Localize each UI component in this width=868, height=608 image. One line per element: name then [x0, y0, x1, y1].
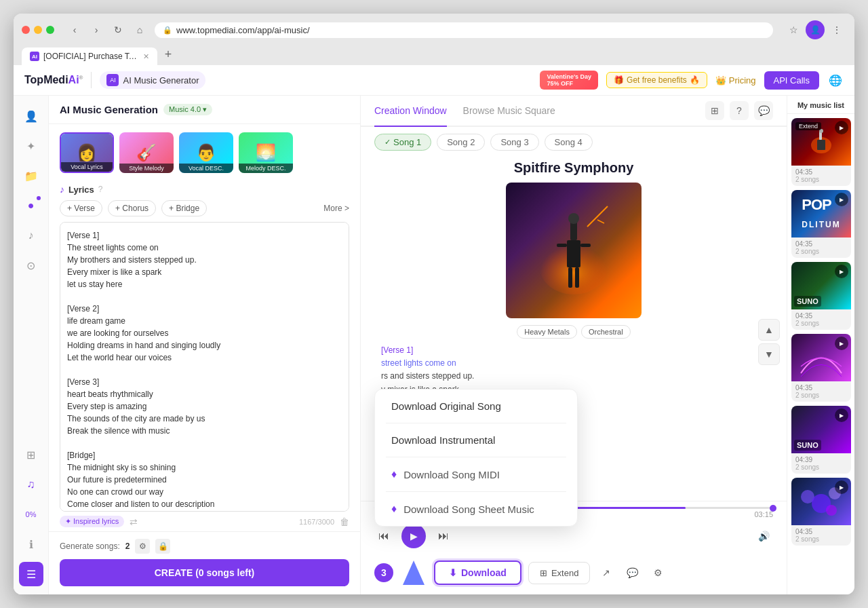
play-overlay-3[interactable]: ▶ [835, 265, 848, 278]
music-item-info-2: 04:35 2 songs [791, 238, 851, 258]
main-content: 👤 ✦ 📁 ● ♪ ⊙ ⊞ ♫ 0% ℹ ☰ AI Music Generati… [14, 96, 854, 594]
close-button[interactable] [22, 26, 30, 34]
sidebar-folder-button[interactable]: 📁 [19, 164, 43, 188]
song-tab-3[interactable]: Song 3 [490, 134, 538, 151]
sidebar-percent-button[interactable]: 0% [19, 502, 43, 527]
download-icon: ⬇ [449, 567, 457, 578]
home-button[interactable]: ⌂ [130, 20, 149, 39]
play-overlay-1[interactable]: ▶ [835, 121, 848, 134]
maximize-button[interactable] [46, 26, 54, 34]
ai-music-gen-title: AI Music Generation [60, 104, 158, 115]
music-list-item-1[interactable]: Extend ▶ 04:35 2 songs [791, 118, 851, 186]
download-sheet-item[interactable]: ♦ Download Song Sheet Music [375, 492, 577, 526]
style-card-vocal-lyrics[interactable]: 👩 Vocal Lyrics [60, 132, 114, 173]
sidebar-info-button[interactable]: ℹ [19, 532, 43, 556]
scroll-down-button[interactable]: ▼ [758, 343, 780, 365]
style-card-vocal-desc[interactable]: 👨 Vocal DESC. [179, 132, 233, 173]
sidebar-settings-button[interactable]: ⊙ [19, 253, 43, 278]
play-overlay-4[interactable]: ▶ [835, 337, 848, 350]
play-overlay-6[interactable]: ▶ [835, 480, 848, 494]
sidebar-profile-button[interactable]: 👤 [19, 104, 43, 128]
tab-browse-music[interactable]: Browse Music Square [463, 96, 555, 127]
volume-button[interactable]: 🔊 [754, 527, 773, 546]
tab-creation-window[interactable]: Creation Window [374, 96, 447, 127]
lock-icon: 🔒 [163, 26, 172, 35]
play-overlay-5[interactable]: ▶ [835, 408, 848, 422]
song-settings-button[interactable]: ⚙ [648, 563, 667, 582]
bridge-button[interactable]: + Bridge [161, 200, 207, 216]
svg-rect-7 [575, 267, 579, 288]
profile-avatar[interactable]: 👤 [806, 20, 825, 39]
back-button[interactable]: ‹ [65, 20, 84, 39]
tab-action-grid-icon[interactable]: ⊞ [705, 101, 724, 120]
left-panel: AI Music Generation Music 4.0 ▾ 👩 Vocal … [49, 96, 361, 594]
music-list-item-4[interactable]: ▶ 04:35 2 songs [791, 334, 851, 402]
api-calls-button[interactable]: API Calls [764, 71, 819, 90]
arrow-up-indicator [400, 559, 427, 586]
promo-valentine-badge[interactable]: Valentine's Day 75% OFF [540, 71, 598, 90]
active-tab[interactable]: AI [OOFICIAL] Purchase TopMed ✕ [22, 48, 157, 65]
style-card-label-3: Vocal DESC. [179, 164, 233, 173]
gen-lock-button[interactable]: 🔒 [155, 539, 170, 554]
sidebar-active-button[interactable]: ● [19, 193, 43, 218]
nav-divider [91, 72, 92, 88]
player-controls: ⏮ ▶ ⏭ 🔊 [374, 524, 773, 548]
chorus-button[interactable]: + Chorus [108, 200, 156, 216]
svg-rect-4 [557, 244, 567, 247]
lyrics-info-icon[interactable]: ? [98, 185, 103, 194]
sidebar-explore-button[interactable]: ✦ [19, 134, 43, 158]
center-tabs: Creation Window Browse Music Square ⊞ ? … [361, 96, 787, 127]
lyrics-textarea[interactable]: [Verse 1] The street lights come on My b… [60, 222, 349, 512]
play-button[interactable]: ▶ [401, 524, 426, 548]
tab-action-help-icon[interactable]: ? [730, 101, 749, 120]
shuffle-icon[interactable]: ⇄ [130, 516, 138, 527]
sidebar-music2-button[interactable]: ♫ [19, 472, 43, 497]
more-options-button[interactable]: ⋮ [827, 20, 846, 39]
music-list-item-3[interactable]: SUNO ▶ 04:35 2 songs [791, 262, 851, 330]
language-button[interactable]: 🌐 [827, 72, 844, 88]
song-tab-2[interactable]: Song 2 [437, 134, 485, 151]
prev-button[interactable]: ⏮ [374, 527, 393, 546]
tab-action-discord-icon[interactable]: 💬 [754, 101, 773, 120]
bookmark-button[interactable]: ☆ [784, 20, 803, 39]
music-list-item-5[interactable]: SUNO ▶ 04:39 2 songs [791, 406, 851, 474]
refresh-button[interactable]: ↻ [108, 20, 127, 39]
address-bar[interactable]: 🔒 www.topmediai.com/app/ai-music/ [155, 22, 773, 38]
delete-lyrics-icon[interactable]: 🗑 [340, 516, 349, 527]
more-button[interactable]: More > [323, 204, 349, 213]
play-overlay-2[interactable]: ▶ [835, 193, 848, 206]
gen-settings-button[interactable]: ⚙ [135, 539, 150, 554]
style-card-label-4: Melody DESC. [239, 164, 293, 173]
music-list-item-2[interactable]: POPDLITUM ▶ 04:35 2 songs [791, 190, 851, 258]
new-tab-button[interactable]: + [159, 45, 178, 64]
extend-button[interactable]: ⊞ Extend [528, 562, 590, 584]
minimize-button[interactable] [34, 26, 42, 34]
scroll-up-button[interactable]: ▲ [758, 319, 780, 341]
comment-button[interactable]: 💬 [623, 563, 642, 582]
get-free-benefits-button[interactable]: 🎁 Get free benefits 🔥 [606, 72, 707, 88]
svg-rect-3 [567, 240, 580, 267]
song-tab-1[interactable]: ✓ Song 1 [374, 134, 431, 151]
style-card-style-melody[interactable]: 🎸 Style Melody [119, 132, 174, 173]
music-version-pill[interactable]: Music 4.0 ▾ [163, 104, 212, 115]
pricing-link[interactable]: 👑 Pricing [715, 75, 756, 86]
forward-button[interactable]: › [87, 20, 106, 39]
open-external-button[interactable]: ↗ [597, 563, 616, 582]
create-button[interactable]: CREATE (0 songs left) [60, 559, 349, 586]
sidebar-music-button[interactable]: ♪ [19, 223, 43, 248]
verse-button[interactable]: + Verse [60, 200, 102, 216]
download-original-item[interactable]: Download Original Song [375, 390, 577, 423]
song-tab-4[interactable]: Song 4 [545, 134, 593, 151]
song-check-icon: ✓ [384, 138, 391, 147]
sidebar-box-button[interactable]: ⊞ [19, 442, 43, 467]
sidebar-bookmark-button[interactable]: ☰ [19, 562, 43, 586]
download-midi-item[interactable]: ♦ Download Song MIDI [375, 457, 577, 491]
next-button[interactable]: ⏭ [434, 527, 453, 546]
center-panel: Creation Window Browse Music Square ⊞ ? … [361, 96, 787, 594]
music-list-item-6[interactable]: ▶ 04:35 2 songs [791, 478, 851, 546]
tab-close-button[interactable]: ✕ [143, 52, 149, 61]
download-button[interactable]: ⬇ Download [434, 560, 521, 585]
download-instrumental-item[interactable]: Download Instrumental [375, 423, 577, 457]
music-item-info-5: 04:39 2 songs [791, 453, 851, 474]
style-card-melody-desc[interactable]: 🌅 Melody DESC. [239, 132, 293, 173]
